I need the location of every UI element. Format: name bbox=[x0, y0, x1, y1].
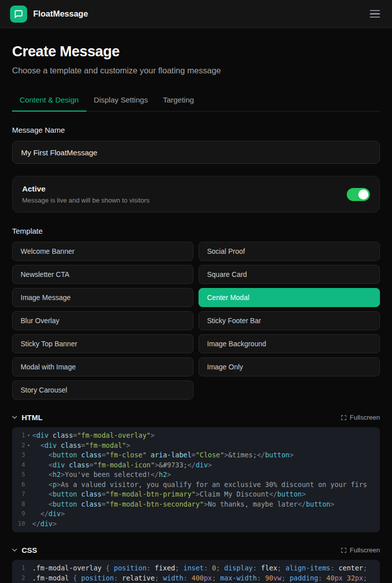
chevron-down-icon[interactable] bbox=[12, 548, 17, 552]
active-description: Message is live and will be shown to vis… bbox=[22, 197, 150, 204]
css-code-section: CSS Fullscreen 1.fm-modal-overlay { posi… bbox=[12, 546, 380, 583]
css-section-header: CSS Fullscreen bbox=[12, 546, 380, 554]
line-number: 8 bbox=[12, 500, 25, 510]
active-title: Active bbox=[22, 184, 150, 193]
template-label: Template bbox=[12, 227, 380, 235]
line-number: 1 bbox=[12, 431, 25, 441]
code-text: </div> bbox=[32, 509, 380, 519]
line-number: 7 bbox=[12, 490, 25, 500]
code-line: 2.fm-modal { position: relative; width: … bbox=[12, 573, 380, 583]
page-subtitle: Choose a template and customize your flo… bbox=[12, 66, 380, 75]
html-code-editor[interactable]: 1▾<div class="fm-modal-overlay">2▾ <div … bbox=[12, 427, 380, 532]
fold-caret-empty bbox=[25, 509, 32, 519]
code-line: 7 <button class="fm-modal-btn-primary">C… bbox=[12, 490, 380, 500]
line-number: 3 bbox=[12, 450, 25, 460]
code-text: </div> bbox=[32, 519, 380, 529]
code-line: 1.fm-modal-overlay { position: fixed; in… bbox=[12, 563, 380, 573]
template-option-story-carousel[interactable]: Story Carousel bbox=[12, 380, 193, 400]
hamburger-menu-icon[interactable] bbox=[368, 8, 382, 20]
fold-caret-empty bbox=[25, 480, 32, 490]
active-toggle[interactable] bbox=[347, 188, 370, 201]
code-text: <div class="fm-modal-icon">&#9733;</div> bbox=[32, 460, 380, 470]
code-text: <button class="fm-modal-btn-primary">Cla… bbox=[32, 490, 380, 500]
code-text: <p>As a valued visitor, you qualify for … bbox=[32, 480, 380, 490]
fold-caret-icon[interactable]: ▾ bbox=[25, 441, 32, 451]
toggle-knob bbox=[358, 189, 368, 200]
line-number: 1 bbox=[12, 563, 25, 573]
code-line: 5 <h2>You've been selected!</h2> bbox=[12, 470, 380, 480]
code-line: 4 <div class="fm-modal-icon">&#9733;</di… bbox=[12, 460, 380, 470]
chevron-down-icon[interactable] bbox=[12, 416, 17, 419]
css-section-title: CSS bbox=[22, 546, 37, 554]
css-fullscreen-button[interactable]: Fullscreen bbox=[341, 546, 380, 554]
line-number: 2 bbox=[12, 441, 25, 451]
fold-caret-empty bbox=[25, 460, 32, 470]
create-message-page: Create Message Choose a template and cus… bbox=[0, 28, 392, 583]
top-bar: FloatMessage bbox=[0, 0, 392, 28]
message-square-icon bbox=[14, 10, 23, 19]
line-number: 6 bbox=[12, 480, 25, 490]
app-logo bbox=[10, 6, 27, 23]
tab-targeting[interactable]: Targeting bbox=[155, 90, 202, 111]
template-option-blur-overlay[interactable]: Blur Overlay bbox=[12, 311, 193, 330]
template-option-image-only[interactable]: Image Only bbox=[199, 357, 380, 376]
tab-display-settings[interactable]: Display Settings bbox=[86, 90, 156, 111]
tab-content-design[interactable]: Content & Design bbox=[12, 90, 86, 111]
code-line: 6 <p>As a valued visitor, you qualify fo… bbox=[12, 480, 380, 490]
html-section-header: HTML Fullscreen bbox=[12, 413, 380, 422]
template-option-welcome-banner[interactable]: Welcome Banner bbox=[12, 242, 193, 261]
fullscreen-icon bbox=[341, 547, 347, 553]
template-option-sticky-footer-bar[interactable]: Sticky Footer Bar bbox=[199, 311, 380, 330]
code-text: <div class="fm-modal-overlay"> bbox=[32, 431, 380, 441]
fold-caret-icon[interactable]: ▾ bbox=[25, 431, 32, 441]
brand-name: FloatMessage bbox=[33, 9, 88, 19]
message-name-input[interactable] bbox=[12, 141, 380, 164]
fold-caret-empty bbox=[25, 500, 32, 510]
html-code-section: HTML Fullscreen 1▾<div class="fm-modal-o… bbox=[12, 413, 380, 532]
template-option-social-proof[interactable]: Social Proof bbox=[199, 242, 380, 261]
template-option-square-card[interactable]: Square Card bbox=[199, 265, 380, 284]
template-option-sticky-top-banner[interactable]: Sticky Top Banner bbox=[12, 334, 193, 353]
code-text: .fm-modal { position: relative; width: 4… bbox=[32, 573, 380, 583]
fold-caret-empty bbox=[25, 450, 32, 460]
css-code-editor[interactable]: 1.fm-modal-overlay { position: fixed; in… bbox=[12, 560, 380, 583]
code-text: <h2>You've been selected!</h2> bbox=[32, 470, 380, 480]
line-number: 10 bbox=[12, 519, 25, 529]
fold-caret-empty bbox=[25, 519, 32, 529]
line-number: 4 bbox=[12, 460, 25, 470]
fullscreen-label: Fullscreen bbox=[350, 546, 380, 554]
code-line: 3 <button class="fm-close" aria-label="C… bbox=[12, 450, 380, 460]
template-option-center-modal[interactable]: Center Modal bbox=[199, 288, 380, 307]
code-text: <div class="fm-modal"> bbox=[32, 441, 380, 451]
template-grid: Welcome BannerSocial ProofNewsletter CTA… bbox=[12, 242, 380, 400]
code-line: 9 </div> bbox=[12, 509, 380, 519]
fold-caret-empty bbox=[25, 563, 32, 573]
template-option-image-message[interactable]: Image Message bbox=[12, 288, 193, 307]
html-section-title: HTML bbox=[22, 413, 43, 422]
active-info: Active Message is live and will be shown… bbox=[22, 184, 150, 204]
code-text: <button class="fm-modal-btn-secondary">N… bbox=[32, 500, 380, 510]
fold-caret-empty bbox=[25, 490, 32, 500]
fold-caret-empty bbox=[25, 470, 32, 480]
code-text: .fm-modal-overlay { position: fixed; ins… bbox=[32, 563, 380, 573]
template-option-image-background[interactable]: Image Background bbox=[199, 334, 380, 353]
page-title: Create Message bbox=[12, 43, 380, 60]
code-line: 1▾<div class="fm-modal-overlay"> bbox=[12, 431, 380, 441]
fold-caret-empty bbox=[25, 573, 32, 583]
line-number: 9 bbox=[12, 509, 25, 519]
message-name-label: Message Name bbox=[12, 126, 380, 134]
html-fullscreen-button[interactable]: Fullscreen bbox=[341, 414, 380, 421]
code-line: 8 <button class="fm-modal-btn-secondary"… bbox=[12, 500, 380, 510]
line-number: 5 bbox=[12, 470, 25, 480]
fullscreen-label: Fullscreen bbox=[350, 414, 380, 421]
code-text: <button class="fm-close" aria-label="Clo… bbox=[32, 450, 380, 460]
code-line: 10</div> bbox=[12, 519, 380, 529]
line-number: 2 bbox=[12, 573, 25, 583]
tabs: Content & DesignDisplay SettingsTargetin… bbox=[12, 90, 380, 112]
fullscreen-icon bbox=[341, 415, 347, 421]
template-option-newsletter-cta[interactable]: Newsletter CTA bbox=[12, 265, 193, 284]
template-option-modal-with-image[interactable]: Modal with Image bbox=[12, 357, 193, 376]
code-line: 2▾ <div class="fm-modal"> bbox=[12, 441, 380, 451]
active-card: Active Message is live and will be shown… bbox=[12, 176, 380, 213]
